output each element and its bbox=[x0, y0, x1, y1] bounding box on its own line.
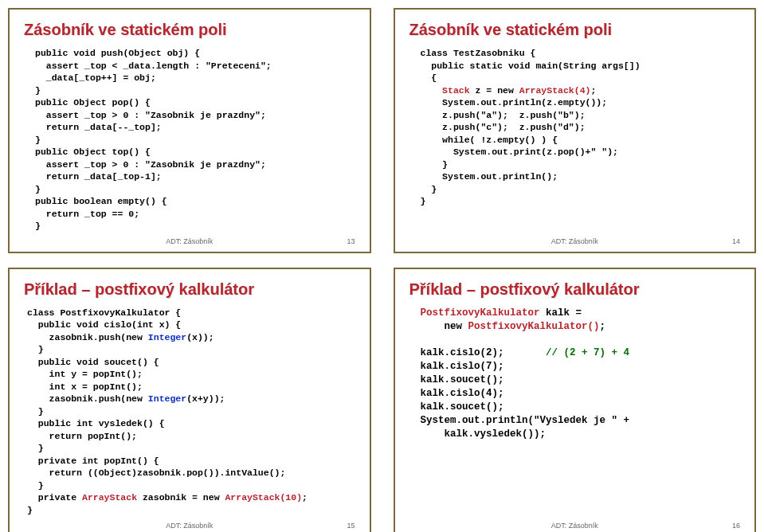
slide-footer: ADT: Zásobník 13 bbox=[24, 237, 355, 245]
code-highlight: ArrayStack(10) bbox=[225, 492, 302, 503]
code-text: ; bbox=[600, 321, 606, 332]
slide-grid: Zásobník ve statickém poli public void p… bbox=[8, 8, 756, 532]
code-line: return ((Object)zasobnik.pop()).intValue… bbox=[27, 467, 285, 478]
code-text: (x+y)); bbox=[186, 393, 225, 404]
code-line: kalk.vysledek()); bbox=[421, 428, 547, 440]
code-highlight: PostfixovyKalkulator() bbox=[468, 321, 600, 332]
code-line: assert _top > 0 : "Zasobnik je prazdny"; bbox=[35, 110, 266, 120]
code-line: _data[_top++] = obj; bbox=[35, 72, 156, 83]
slide-footer: ADT: Zásobník 14 bbox=[409, 237, 741, 245]
code-text: z = new bbox=[470, 85, 519, 96]
code-line: assert _top < _data.length : "Preteceni"… bbox=[35, 61, 272, 71]
code-line: public boolean empty() { bbox=[35, 196, 167, 206]
code-line: public int vysledek() { bbox=[27, 418, 165, 428]
footer-text: ADT: Zásobník bbox=[166, 522, 213, 530]
code-line: public static void main(String args[]) bbox=[421, 61, 641, 71]
code-line: class TestZasobniku { bbox=[421, 48, 536, 58]
code-line: } bbox=[35, 184, 41, 194]
code-line: public Object pop() { bbox=[35, 97, 151, 108]
code-line: } bbox=[421, 184, 437, 194]
code-line: } bbox=[35, 221, 41, 231]
slide-number: 16 bbox=[732, 522, 740, 530]
code-line: z.push("a"); z.push("b"); bbox=[421, 110, 586, 120]
footer-text: ADT: Zásobník bbox=[166, 237, 213, 245]
code-line: } bbox=[421, 159, 449, 170]
code-line: return _data[--_top]; bbox=[35, 122, 162, 132]
code-text: zasobnik = new bbox=[137, 492, 225, 503]
code-highlight: Integer bbox=[148, 332, 186, 342]
code-line: System.out.print(z.pop()+" "); bbox=[421, 147, 618, 157]
code-line: kalk.cislo(7); bbox=[421, 361, 504, 372]
code-line: public Object top() { bbox=[35, 147, 151, 157]
code-line: { bbox=[421, 72, 437, 83]
slide-number: 15 bbox=[347, 522, 355, 530]
code-highlight: Integer bbox=[148, 393, 186, 404]
code-highlight: ArrayStack bbox=[82, 492, 137, 503]
code-text: ; bbox=[302, 492, 308, 503]
code-text: ; bbox=[590, 85, 596, 96]
code-block: public void push(Object obj) { assert _t… bbox=[24, 47, 355, 233]
slide-title: Příklad – postfixový kalkulátor bbox=[24, 280, 355, 299]
code-line: } bbox=[421, 196, 426, 206]
footer-text: ADT: Zásobník bbox=[551, 522, 598, 530]
code-line: z.push("c"); z.push("d"); bbox=[421, 122, 586, 132]
code-line: return popInt(); bbox=[27, 431, 137, 441]
code-line: System.out.println(z.empty()); bbox=[421, 97, 608, 108]
code-line: int x = popInt(); bbox=[27, 381, 143, 392]
code-line: } bbox=[27, 406, 44, 417]
code-line: } bbox=[27, 443, 44, 453]
code-line: zasobnik.push(new bbox=[27, 393, 148, 404]
code-line bbox=[421, 85, 443, 96]
code-comment: // (2 + 7) + 4 bbox=[504, 347, 630, 358]
slide-14: Zásobník ve statickém poli class TestZas… bbox=[394, 8, 757, 253]
slide-number: 14 bbox=[732, 237, 740, 245]
slide-title: Zásobník ve statickém poli bbox=[24, 21, 355, 39]
code-line: int y = popInt(); bbox=[27, 369, 143, 379]
code-line: new bbox=[421, 321, 468, 332]
code-highlight: ArrayStack(4) bbox=[519, 85, 591, 96]
code-line: } bbox=[27, 480, 44, 491]
slide-title: Příklad – postfixový kalkulátor bbox=[409, 280, 741, 299]
code-line: System.out.println(); bbox=[421, 171, 558, 182]
slide-13: Zásobník ve statickém poli public void p… bbox=[8, 8, 371, 253]
code-line: public void push(Object obj) { bbox=[35, 48, 200, 58]
code-line: System.out.println("Vysledek je " + bbox=[421, 415, 630, 426]
code-block: class PostfixovyKalkulator { public void… bbox=[24, 307, 355, 517]
code-line: kalk.cislo(2); bbox=[421, 347, 504, 358]
slide-number: 13 bbox=[347, 237, 355, 245]
slide-15: Příklad – postfixový kalkulátor class Po… bbox=[8, 268, 371, 532]
code-text: (x)); bbox=[186, 332, 214, 342]
code-line: while( !z.empty() ) { bbox=[421, 135, 558, 145]
code-line: kalk.soucet(); bbox=[421, 401, 504, 413]
code-text: kalk = bbox=[540, 307, 582, 319]
code-line: public void cislo(int x) { bbox=[27, 319, 181, 330]
code-block: class TestZasobniku { public static void… bbox=[409, 47, 741, 233]
code-highlight: Stack bbox=[442, 85, 470, 96]
code-line: return _data[_top-1]; bbox=[35, 171, 162, 182]
code-line: public void soucet() { bbox=[27, 357, 159, 367]
code-line: } bbox=[27, 344, 44, 354]
code-highlight: PostfixovyKalkulator bbox=[421, 307, 540, 319]
footer-text: ADT: Zásobník bbox=[551, 237, 598, 245]
slide-footer: ADT: Zásobník 15 bbox=[24, 522, 355, 530]
code-line: } bbox=[35, 85, 41, 96]
code-line: private bbox=[27, 492, 82, 503]
slide-title: Zásobník ve statickém poli bbox=[409, 21, 741, 39]
code-line: kalk.soucet(); bbox=[421, 374, 504, 385]
code-line: } bbox=[35, 135, 41, 145]
code-line: } bbox=[27, 505, 33, 515]
code-line: zasobnik.push(new bbox=[27, 332, 148, 342]
code-block: PostfixovyKalkulator kalk = new Postfixo… bbox=[409, 307, 741, 517]
slide-16: Příklad – postfixový kalkulátor Postfixo… bbox=[394, 268, 757, 532]
code-line: kalk.cislo(4); bbox=[421, 388, 504, 399]
code-line: return _top == 0; bbox=[35, 209, 139, 219]
slide-footer: ADT: Zásobník 16 bbox=[409, 522, 741, 530]
code-line: class PostfixovyKalkulator { bbox=[27, 307, 181, 318]
code-line: private int popInt() { bbox=[27, 456, 159, 466]
code-line: assert _top > 0 : "Zasobnik je prazdny"; bbox=[35, 159, 266, 170]
